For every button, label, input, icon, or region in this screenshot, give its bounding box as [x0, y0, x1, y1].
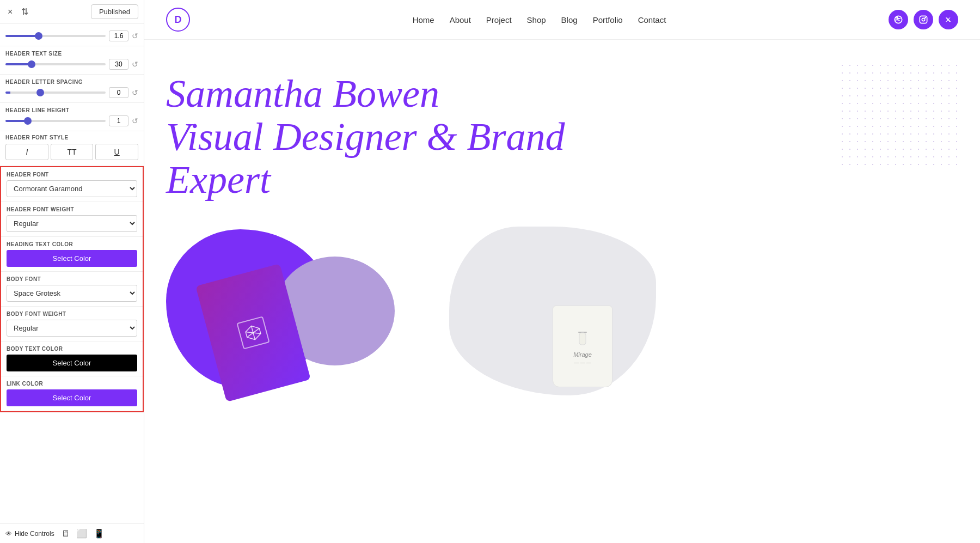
header-font-select[interactable]: Cormorant Garamond Georgia Times New Rom… [7, 180, 137, 197]
header-font-label: HEADER FONT [7, 172, 137, 178]
heading-text-color-section: HEADING TEXT COLOR Select Color [1, 237, 143, 272]
body-font-weight-section: BODY FONT WEIGHT Regular Bold Light Medi… [1, 307, 143, 341]
body-font-select[interactable]: Space Grotesk Inter Roboto Open Sans [7, 285, 137, 302]
top-slider-value[interactable] [109, 30, 128, 41]
hero-title-line3: Expert [166, 158, 271, 202]
desktop-icon: 🖥 [61, 529, 70, 538]
nav-social [889, 10, 958, 29]
caps-icon: TT [67, 148, 76, 156]
heading-color-button[interactable]: Select Color [7, 250, 137, 267]
header-line-height-section: HEADER LINE HEIGHT ↺ [0, 103, 144, 131]
body-font-weight-label: BODY FONT WEIGHT [7, 311, 137, 317]
bottom-toolbar: 👁 Hide Controls 🖥 ⬜ 📱 [0, 523, 144, 543]
candle-container: Mirage — — — [422, 224, 656, 398]
product-box-inner [236, 316, 270, 349]
hide-controls-button[interactable]: 👁 Hide Controls [5, 530, 54, 538]
link-color-section: LINK COLOR Select Color [1, 376, 143, 411]
swap-icon: ⇅ [21, 7, 28, 17]
mobile-view-button[interactable]: 📱 [94, 528, 105, 539]
candle-jar: Mirage — — — [553, 306, 612, 387]
swap-button[interactable]: ⇅ [19, 4, 30, 19]
body-font-weight-select[interactable]: Regular Bold Light Medium [7, 320, 137, 337]
nav-link-contact[interactable]: Contact [638, 15, 666, 25]
social-button-dribbble[interactable] [889, 10, 908, 29]
header-letter-spacing-label: HEADER LETTER SPACING [5, 79, 138, 85]
header-line-height-reset[interactable]: ↺ [132, 117, 138, 125]
header-font-weight-label: HEADER FONT WEIGHT [7, 206, 137, 212]
header-text-size-label: HEADER TEXT SIZE [5, 51, 138, 57]
header-line-height-value[interactable] [109, 115, 128, 126]
top-slider[interactable] [5, 35, 106, 37]
top-slider-section: ↺ [0, 24, 144, 46]
header-font-weight-section: HEADER FONT WEIGHT Regular Bold Light Me… [1, 202, 143, 237]
header-font-weight-select[interactable]: Regular Bold Light Medium [7, 215, 137, 232]
social-button-twitter[interactable] [939, 10, 958, 29]
hero-title-line2: Visual Designer & Brand [166, 115, 565, 158]
header-font-style-section: HEADER FONT STYLE I TT U [0, 131, 144, 166]
social-button-instagram[interactable] [914, 10, 933, 29]
caps-button[interactable]: TT [51, 144, 94, 160]
nav-link-shop[interactable]: Shop [527, 15, 546, 25]
nav-links: Home About Project Shop Blog Portfolio C… [413, 15, 666, 25]
mobile-icon: 📱 [94, 529, 105, 538]
close-button[interactable]: × [5, 5, 15, 19]
heading-text-color-label: HEADING TEXT COLOR [7, 241, 137, 247]
hero-section: Samantha Bowen Visual Designer & Brand E… [144, 40, 980, 213]
header-line-height-label: HEADER LINE HEIGHT [5, 107, 138, 113]
header-font-style-label: HEADER FONT STYLE [5, 135, 138, 141]
nav-logo: D [166, 8, 190, 32]
body-text-color-label: BODY TEXT COLOR [7, 346, 137, 352]
nav-link-about[interactable]: About [450, 15, 471, 25]
nav-link-project[interactable]: Project [486, 15, 512, 25]
link-color-label: LINK COLOR [7, 381, 137, 387]
underline-button[interactable]: U [95, 144, 138, 160]
header-text-size-value[interactable] [109, 59, 128, 70]
svg-point-3 [925, 17, 926, 18]
close-icon: × [8, 7, 13, 17]
tablet-view-button[interactable]: ⬜ [76, 528, 87, 539]
header-letter-spacing-slider[interactable] [5, 91, 106, 94]
header-text-size-section: HEADER TEXT SIZE ↺ [0, 46, 144, 75]
products-row: Mirage — — — [144, 213, 980, 409]
italic-button[interactable]: I [5, 144, 48, 160]
right-content: D Home About Project Shop Blog Portfolio… [144, 0, 980, 543]
header-text-size-slider[interactable] [5, 63, 106, 65]
svg-rect-9 [579, 333, 586, 345]
highlight-panel: HEADER FONT Cormorant Garamond Georgia T… [0, 166, 144, 412]
nav-link-blog[interactable]: Blog [561, 15, 578, 25]
eye-icon: 👁 [5, 530, 12, 538]
top-slider-reset[interactable]: ↺ [132, 32, 138, 40]
top-bar: × ⇅ Published [0, 0, 144, 24]
font-style-buttons: I TT U [5, 144, 138, 160]
svg-point-2 [922, 18, 924, 21]
underline-icon: U [114, 148, 120, 156]
published-button[interactable]: Published [91, 4, 138, 19]
header-line-height-slider[interactable] [5, 120, 106, 122]
body-color-button[interactable]: Select Color [7, 355, 137, 371]
desktop-view-button[interactable]: 🖥 [61, 529, 70, 539]
hero-title-line1: Samantha Bowen [166, 72, 439, 115]
header-font-section: HEADER FONT Cormorant Garamond Georgia T… [1, 167, 143, 202]
header-text-size-reset[interactable]: ↺ [132, 60, 138, 69]
site-nav: D Home About Project Shop Blog Portfolio… [144, 0, 980, 40]
product-blob-container [166, 224, 406, 398]
header-letter-spacing-value[interactable] [109, 87, 128, 98]
hero-title: Samantha Bowen Visual Designer & Brand E… [166, 72, 602, 202]
hide-controls-label: Hide Controls [15, 530, 54, 538]
candle-name-label: Mirage [573, 351, 592, 358]
nav-link-portfolio[interactable]: Portfolio [593, 15, 623, 25]
italic-icon: I [26, 148, 28, 156]
body-font-section: BODY FONT Space Grotesk Inter Roboto Ope… [1, 272, 143, 307]
link-color-button[interactable]: Select Color [7, 389, 137, 406]
header-letter-spacing-section: HEADER LETTER SPACING ↺ [0, 75, 144, 103]
top-bar-icons: × ⇅ [5, 4, 30, 19]
dot-pattern-decoration [838, 62, 958, 170]
body-text-color-section: BODY TEXT COLOR Select Color [1, 341, 143, 376]
body-font-label: BODY FONT [7, 276, 137, 282]
left-panel: × ⇅ Published ↺ HEADER TEXT SIZE ↺ HEADE… [0, 0, 144, 543]
header-letter-spacing-reset[interactable]: ↺ [132, 88, 138, 97]
candle-sublabel: — — — [574, 360, 591, 365]
nav-link-home[interactable]: Home [413, 15, 434, 25]
tablet-icon: ⬜ [76, 529, 87, 538]
